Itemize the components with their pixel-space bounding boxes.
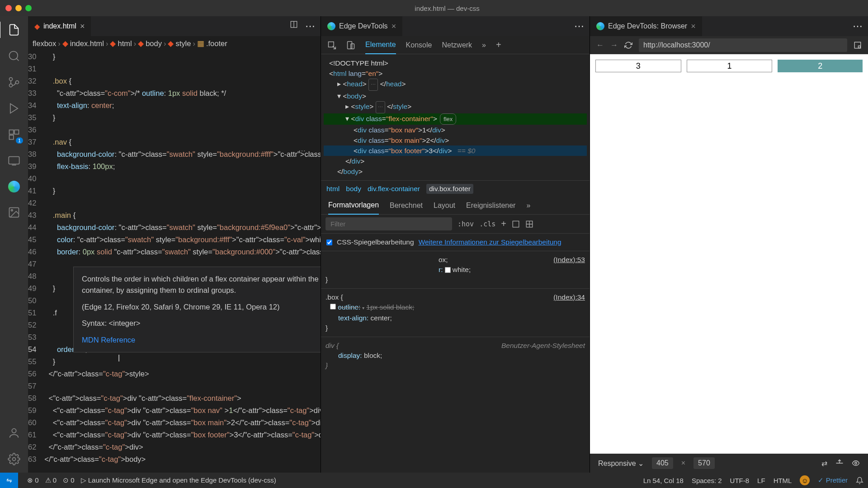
preview-box-2: 2	[778, 60, 863, 72]
svg-rect-19	[859, 46, 861, 48]
notifications-icon[interactable]	[856, 477, 863, 484]
inspect-icon[interactable]	[327, 41, 336, 50]
hover-tooltip: Controls the order in which children of …	[73, 267, 321, 352]
tab-eventlisteners[interactable]: Ereignislistener	[466, 202, 515, 210]
vision-icon[interactable]	[852, 459, 860, 467]
launch-status[interactable]: ▷ Launch Microsoft Edge and open the Edg…	[81, 476, 276, 484]
search-icon[interactable]	[8, 50, 20, 62]
hov-toggle[interactable]: :hov	[458, 220, 474, 228]
css-mirror-link[interactable]: Weitere Informationen zur Spiegelbearbei…	[419, 238, 561, 246]
forward-icon[interactable]: →	[610, 41, 618, 50]
split-editor-icon[interactable]	[290, 20, 298, 32]
extensions-icon[interactable]: 1	[8, 128, 20, 141]
remote-indicator[interactable]: ⇋	[0, 473, 18, 488]
browser-tab[interactable]: Edge DevTools: Browser ×	[590, 16, 702, 36]
more-tabs-icon[interactable]: »	[526, 202, 530, 210]
flexbox-overlay-icon[interactable]	[512, 220, 520, 228]
text-cursor-icon: I	[118, 352, 120, 364]
mdn-reference-link[interactable]: MDN Reference	[82, 334, 135, 346]
screencast-icon[interactable]	[854, 41, 862, 49]
tab-title: index.html	[43, 22, 76, 30]
emulation-bar: Responsive ⌄ 405 × 570 ⇄	[590, 454, 868, 473]
browser-panel: Edge DevTools: Browser × ⋯ ← → http://lo…	[590, 16, 868, 473]
tab-layout[interactable]: Layout	[434, 202, 455, 210]
add-tab-icon[interactable]: +	[496, 40, 501, 50]
width-input[interactable]: 405	[652, 457, 673, 469]
browser-preview[interactable]: 3 1 2	[590, 54, 868, 454]
tab-network[interactable]: Netzwerk	[442, 41, 472, 49]
hover-syntax: Syntax: <integer>	[82, 318, 321, 329]
close-icon[interactable]: ×	[80, 22, 85, 31]
close-icon[interactable]: ×	[691, 22, 696, 31]
edge-icon	[327, 22, 335, 30]
tab-elements[interactable]: Elemente	[365, 41, 396, 54]
css-rule-div[interactable]: Benutzer-Agent-Stylesheet div { display:…	[321, 337, 590, 374]
cls-toggle[interactable]: .cls	[479, 220, 495, 228]
cursor-position[interactable]: Ln 54, Col 18	[643, 477, 684, 484]
source-control-icon[interactable]	[8, 76, 20, 89]
dom-tree[interactable]: <!DOCTYPE html> <html lang="en"> ▸ <head…	[321, 54, 590, 180]
device-icon[interactable]	[346, 41, 355, 50]
eol-status[interactable]: LF	[757, 477, 765, 484]
new-rule-icon[interactable]: +	[501, 219, 506, 229]
css-rule-box[interactable]: (Index):34 .box { outline:▸1px solid bla…	[321, 289, 590, 337]
activity-bar: 1	[0, 16, 28, 473]
rule-checkbox[interactable]	[330, 304, 336, 310]
more-tabs-icon[interactable]: »	[482, 41, 486, 49]
error-count[interactable]: ⊗ 0	[27, 476, 39, 484]
explorer-icon[interactable]	[8, 23, 20, 36]
close-icon[interactable]: ×	[392, 22, 396, 31]
tab-computed[interactable]: Berechnet	[390, 202, 423, 210]
svg-point-9	[11, 210, 13, 211]
css-mirror-checkbox[interactable]	[326, 239, 332, 245]
styles-toolbar: :hov .cls +	[321, 215, 590, 234]
css-rule-footer[interactable]: (Index):53 ox; r: white; }	[321, 251, 590, 289]
styles-filter-input[interactable]	[326, 217, 452, 230]
run-debug-icon[interactable]	[8, 102, 20, 115]
breadcrumb[interactable]: flexbox› ◆index.html› ◆html› ◆body› ◆sty…	[28, 36, 321, 51]
selection-breadcrumb[interactable]: html body div.flex-container div.box.foo…	[321, 180, 590, 197]
svg-point-10	[12, 429, 16, 433]
language-status[interactable]: HTML	[774, 477, 792, 484]
back-icon[interactable]: ←	[596, 41, 604, 50]
more-icon[interactable]: ⋯	[853, 20, 863, 32]
more-icon[interactable]: ⋯	[305, 20, 316, 32]
touch-icon[interactable]	[835, 459, 844, 467]
rule-source-link[interactable]: (Index):53	[553, 255, 585, 265]
svg-rect-6	[9, 135, 14, 139]
refresh-icon[interactable]	[624, 41, 632, 49]
prettier-status[interactable]: ✓ Prettier	[818, 476, 848, 484]
swap-dimensions-icon[interactable]: ⇄	[821, 459, 827, 468]
responsive-dropdown[interactable]: Responsive ⌄	[598, 459, 644, 468]
traffic-lights[interactable]	[5, 5, 32, 11]
height-input[interactable]: 570	[693, 457, 715, 469]
svg-point-2	[9, 84, 13, 87]
window-title: index.html — dev-css	[32, 5, 863, 12]
edge-tools-icon[interactable]	[8, 181, 20, 192]
indent-status[interactable]: Spaces: 2	[692, 477, 722, 484]
svg-rect-7	[9, 157, 19, 164]
devtools-tab[interactable]: Edge DevTools ×	[321, 16, 402, 36]
tab-console[interactable]: Konsole	[406, 41, 432, 49]
editor-tab[interactable]: ◆ index.html ×	[28, 16, 91, 36]
devtools-tab-title: Edge DevTools	[339, 22, 388, 30]
devtools-panel: Edge DevTools × ⋯ Elemente Konsole Netzw…	[321, 16, 590, 473]
warning-count[interactable]: ⚠ 0	[45, 476, 57, 484]
svg-rect-4	[9, 130, 14, 134]
flexbox-overlay-icon-2[interactable]	[525, 220, 533, 228]
feedback-icon[interactable]: ☺	[800, 475, 810, 485]
encoding-status[interactable]: UTF-8	[730, 477, 750, 484]
url-bar[interactable]: http://localhost:3000/	[639, 38, 847, 52]
image-icon[interactable]	[8, 206, 20, 219]
more-icon[interactable]: ⋯	[574, 20, 585, 32]
preview-box-1: 1	[687, 60, 773, 72]
rule-source-link[interactable]: (Index):34	[553, 292, 585, 302]
remote-explorer-icon[interactable]	[8, 155, 20, 167]
account-icon[interactable]	[8, 427, 20, 439]
status-bar: ⇋ ⊗ 0 ⚠ 0 ⊙ 0 ▷ Launch Microsoft Edge an…	[0, 473, 868, 488]
gear-icon[interactable]	[8, 453, 20, 465]
svg-point-20	[855, 462, 857, 465]
code-editor[interactable]: 3031323334353637383940414243444546474849…	[28, 51, 321, 473]
tab-styles[interactable]: Formatvorlagen	[328, 201, 379, 215]
port-status[interactable]: ⊙ 0	[63, 476, 75, 484]
